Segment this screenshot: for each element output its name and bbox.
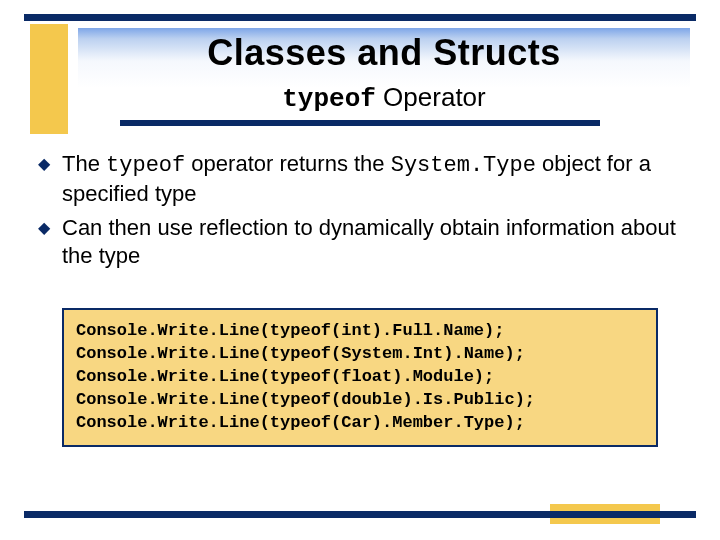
subtitle-rest: Operator	[376, 82, 486, 112]
slide-subtitle: typeof Operator	[78, 82, 690, 114]
title-band: Classes and Structs	[78, 28, 690, 88]
gold-accent-top	[30, 24, 68, 134]
bullet-icon: ◆	[38, 150, 62, 208]
bullet-text: Can then use reflection to dynamically o…	[62, 214, 682, 270]
subtitle-rule	[120, 120, 600, 126]
slide-title: Classes and Structs	[78, 32, 690, 74]
code-block: Console.Write.Line(typeof(int).Full.Name…	[62, 308, 658, 447]
bullet-list: ◆ The typeof operator returns the System…	[38, 150, 682, 277]
bullet-item: ◆ The typeof operator returns the System…	[38, 150, 682, 208]
bullet-icon: ◆	[38, 214, 62, 270]
bullet-item: ◆ Can then use reflection to dynamically…	[38, 214, 682, 270]
bullet-text: The typeof operator returns the System.T…	[62, 150, 682, 208]
bottom-rule	[24, 511, 696, 518]
subtitle-keyword: typeof	[282, 84, 376, 114]
top-rule	[24, 14, 696, 21]
